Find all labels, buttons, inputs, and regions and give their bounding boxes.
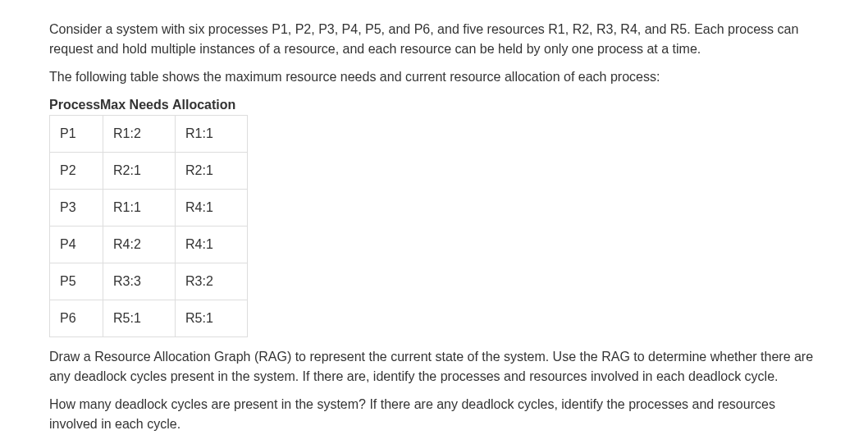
cell-maxneeds: R5:1 [103,300,176,337]
cell-allocation: R4:1 [176,227,248,263]
table-row: P5 R3:3 R3:2 [50,263,248,300]
table-header-row: ProcessMax NeedsAllocation [49,95,819,115]
cell-process: P3 [50,190,103,227]
header-allocation: Allocation [172,95,235,115]
intro-paragraph-2: The following table shows the maximum re… [49,67,819,87]
cell-process: P4 [50,227,103,263]
instruction-paragraph-2: How many deadlock cycles are present in … [49,395,819,434]
table-row: P6 R5:1 R5:1 [50,300,248,337]
cell-process: P6 [50,300,103,337]
table-row: P2 R2:1 R2:1 [50,153,248,190]
cell-process: P2 [50,153,103,190]
cell-allocation: R4:1 [176,190,248,227]
cell-maxneeds: R3:3 [103,263,176,300]
cell-allocation: R2:1 [176,153,248,190]
table-row: P1 R1:2 R1:1 [50,116,248,153]
intro-paragraph-1: Consider a system with six processes P1,… [49,20,819,59]
instruction-paragraph-1: Draw a Resource Allocation Graph (RAG) t… [49,347,819,387]
header-process: Process [49,95,100,115]
cell-maxneeds: R1:2 [103,116,176,153]
cell-allocation: R1:1 [176,116,248,153]
header-maxneeds: Max Needs [100,95,172,115]
cell-allocation: R5:1 [176,300,248,337]
cell-maxneeds: R4:2 [103,227,176,263]
cell-maxneeds: R1:1 [103,190,176,227]
allocation-table: P1 R1:2 R1:1 P2 R2:1 R2:1 P3 R1:1 R4:1 P… [49,115,248,337]
cell-process: P5 [50,263,103,300]
cell-allocation: R3:2 [176,263,248,300]
cell-maxneeds: R2:1 [103,153,176,190]
cell-process: P1 [50,116,103,153]
table-row: P3 R1:1 R4:1 [50,190,248,227]
table-row: P4 R4:2 R4:1 [50,227,248,263]
